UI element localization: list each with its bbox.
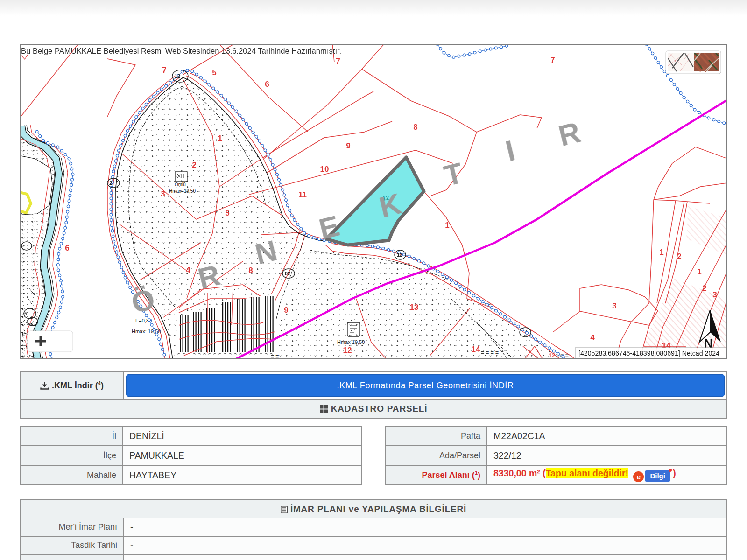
svg-text:5: 5 [225, 209, 229, 217]
svg-text:2: 2 [702, 284, 706, 293]
svg-text:12: 12 [549, 352, 555, 358]
svg-text:1: 1 [659, 248, 663, 257]
svg-text:3: 3 [161, 189, 165, 198]
svg-text:Hmax=19,50: Hmax=19,50 [169, 189, 196, 194]
svg-text:= =: = = [271, 353, 279, 358]
svg-text:7: 7 [162, 66, 166, 75]
svg-text:3: 3 [612, 301, 616, 310]
svg-text:8: 8 [248, 266, 253, 275]
svg-text:2: 2 [109, 180, 112, 186]
svg-text:2: 2 [192, 161, 196, 169]
svg-text:T: T [441, 156, 466, 192]
svg-text:14: 14 [472, 345, 480, 354]
svg-text:11: 11 [298, 190, 307, 199]
svg-text:12: 12 [175, 73, 180, 79]
svg-text:13: 13 [410, 303, 419, 312]
svg-text:7: 7 [550, 56, 555, 64]
svg-text:1: 1 [218, 134, 222, 143]
svg-text:9: 9 [284, 306, 288, 315]
svg-text:02: 02 [285, 271, 290, 276]
svg-text:[4205283.686746-418398.080691]: [4205283.686746-418398.080691] Netcad 20… [578, 350, 719, 357]
svg-text:4: 4 [590, 333, 595, 342]
svg-text:9: 9 [346, 141, 350, 150]
svg-text:Өmlū: Өmlū [175, 182, 186, 187]
svg-text:R: R [555, 115, 584, 152]
svg-text:1: 1 [697, 267, 701, 276]
svg-text:8: 8 [413, 123, 417, 132]
svg-text:6: 6 [265, 80, 269, 89]
svg-text:1: 1 [445, 221, 449, 230]
svg-text:I: I [502, 133, 518, 167]
svg-text:= = = =: = = = = [481, 350, 499, 356]
svg-text:12: 12 [343, 346, 352, 355]
svg-text:Hmax 19,50: Hmax 19,50 [337, 339, 365, 345]
svg-text:10: 10 [320, 165, 329, 174]
svg-text:5: 5 [24, 311, 27, 316]
svg-text:4: 4 [186, 266, 190, 274]
svg-text:5: 5 [212, 68, 216, 77]
svg-text:2: 2 [677, 252, 681, 261]
svg-text:7: 7 [336, 57, 340, 66]
svg-text:12: 12 [397, 252, 402, 258]
svg-text:6: 6 [65, 244, 69, 252]
svg-text:3: 3 [712, 290, 717, 299]
